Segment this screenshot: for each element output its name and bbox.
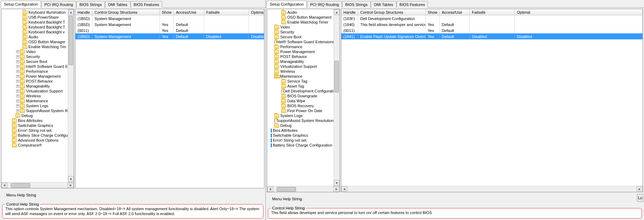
col-failsafe[interactable]: Failsafe [470, 9, 515, 15]
expander-icon[interactable]: + [16, 70, 19, 73]
tree-item[interactable]: SupportAssist System Resolution [267, 118, 334, 123]
tree-item[interactable]: +Virtualization Support [1, 89, 68, 93]
scroll-right-icon[interactable]: ► [68, 183, 74, 188]
scroll-left-icon[interactable]: ◄ [267, 187, 273, 192]
tree-item[interactable]: OSD Button Management [267, 15, 334, 20]
tree-item[interactable]: Bios Attributes [267, 128, 334, 133]
table-row[interactable]: (1840)This field allows developer and se… [341, 21, 643, 27]
tree-item[interactable]: +Intel® Software Guard E [1, 64, 68, 69]
col-show[interactable]: Show [160, 9, 174, 15]
tree-item[interactable]: Keyboard Illumination [1, 10, 68, 15]
tab-setup-configuration[interactable]: Setup Configuration [267, 1, 307, 8]
tab-pci-irq-routing[interactable]: PCI IRQ Routing [307, 1, 342, 8]
tree-item[interactable]: +Secure Boot [1, 59, 68, 64]
tree-item[interactable]: Switchable Graphics [267, 133, 334, 138]
col-access-use[interactable]: Access/Use [174, 9, 204, 15]
col-handle[interactable]: Handle [341, 9, 358, 15]
table-row[interactable]: (1B5D)System Management [75, 15, 264, 21]
tree[interactable]: Keyboard IlluminationUSB PowerShareKeybo… [1, 9, 68, 148]
expander-icon[interactable]: + [16, 109, 19, 112]
tree-item[interactable]: Intel® Software Guard Extensions™ [267, 39, 334, 44]
expander-icon[interactable]: + [16, 50, 19, 53]
grid-body[interactable]: (183F)Dell Development Configuration(184… [341, 15, 643, 186]
tree-item[interactable]: Switchable Graphics [1, 123, 68, 128]
table-row[interactable]: (1B5D)System ManagementYesDefaultDisable… [75, 33, 264, 39]
tree-vscroll[interactable]: ▲ ▼ [68, 9, 74, 182]
grid-body[interactable]: (1B5D)System Management(1B5D)System Mana… [75, 15, 264, 188]
table-row[interactable]: (0011)YesDefault [341, 27, 643, 33]
tree-item[interactable]: Bios Attributes [1, 118, 68, 123]
tree-item[interactable]: Performance [267, 44, 334, 49]
tree-item[interactable]: Service Tag [267, 79, 334, 84]
scroll-thumb[interactable] [277, 187, 296, 192]
tree-item[interactable]: Manageability [267, 59, 334, 64]
tree-item[interactable]: +Power Management [1, 74, 68, 79]
tab-bios-strings[interactable]: BIOS Strings [76, 1, 105, 8]
tree-item[interactable]: +SupportAssist System R [1, 108, 68, 113]
expander-icon[interactable]: + [16, 90, 19, 93]
scroll-right-icon[interactable]: ► [334, 187, 340, 192]
scroll-down-icon[interactable]: ▼ [68, 176, 74, 182]
tree-item[interactable]: Error! String not set. [1, 128, 68, 133]
tree-item[interactable]: Battery Slice Charge Configuration [267, 143, 334, 148]
tree-item[interactable]: BIOS Recovery [267, 103, 334, 108]
tree-item[interactable]: Keyboard Backlight T [1, 20, 68, 25]
tree-item[interactable]: Security [267, 30, 334, 34]
expander-icon[interactable]: + [16, 80, 19, 83]
expander-icon[interactable]: + [16, 75, 19, 78]
expander-icon[interactable]: + [16, 85, 19, 88]
table-row[interactable]: (183F)Dell Development Configuration [341, 15, 643, 21]
table-row[interactable]: (0011)YesDefault [75, 27, 264, 33]
tree-item[interactable]: Audio [267, 10, 334, 15]
expander-icon[interactable]: + [16, 99, 19, 103]
scroll-up-icon[interactable]: ▲ [334, 9, 340, 15]
col-cgs[interactable]: Control Group Structures [92, 9, 160, 15]
tree[interactable]: AudioOSD Button ManagementEnable Watchdo… [267, 9, 334, 148]
col-failsafe[interactable]: Failsafe [204, 9, 249, 15]
tab-bios-features[interactable]: BIOS Features [131, 1, 163, 8]
table-row[interactable]: (1841)Enable Flash Update Signature Over… [341, 33, 643, 39]
tree-item[interactable]: Wireless [267, 69, 334, 74]
tree-item[interactable]: Data Wipe [267, 98, 334, 103]
grid-hscroll[interactable]: ◄ ► [341, 186, 643, 192]
col-cgs[interactable]: Control Group Structures [358, 9, 426, 15]
tab-pci-irq-routing[interactable]: PCI IRQ Routing [41, 1, 76, 8]
tree-item[interactable]: +Manageability [1, 84, 68, 89]
expander-icon[interactable]: + [16, 65, 19, 68]
col-optimal[interactable]: Optimal [249, 9, 264, 15]
tree-item[interactable]: BIOS Downgrade [267, 93, 334, 98]
tree-item[interactable]: Asset Tag [267, 84, 334, 89]
tree-item[interactable]: Video [267, 25, 334, 30]
tree-item[interactable]: POST Behavior [267, 54, 334, 59]
tree-item[interactable]: OSD Button Manager [1, 39, 68, 44]
tree-item[interactable]: +Performance [1, 69, 68, 74]
tree-item[interactable]: Enable Watchdog Timer [267, 20, 334, 25]
tree-item[interactable]: Debug [1, 113, 68, 118]
tree-vscroll[interactable]: ▲ ▼ [334, 9, 340, 186]
tree-item[interactable]: Secure Boot [267, 34, 334, 39]
tree-item[interactable]: Audio [1, 34, 68, 39]
tree-hscroll[interactable]: ◄ ► [267, 186, 340, 192]
tree-item[interactable]: Enable Watchdog Tim [1, 44, 68, 49]
tree-item[interactable]: First Power On Date [267, 108, 334, 113]
expander-icon[interactable]: + [16, 60, 19, 63]
tree-item[interactable]: Virtualization Support [267, 64, 334, 69]
tab-dmi-tables[interactable]: DMI Tables [105, 1, 131, 8]
expander-icon[interactable]: + [16, 104, 19, 108]
tree-item[interactable]: +System Logs [1, 103, 68, 108]
scroll-thumb[interactable] [334, 61, 339, 92]
tree-item[interactable]: Keyboard Backlight v [1, 30, 68, 34]
tree-item[interactable]: Dell Development Configuration [267, 89, 334, 93]
tree-item[interactable]: Advanced Boot Options [1, 138, 68, 143]
tree-item[interactable]: +Wireless [1, 93, 68, 98]
tree-item[interactable]: Debug [267, 123, 334, 128]
scroll-left-icon[interactable]: ◄ [1, 183, 7, 188]
col-handle[interactable]: Handle [75, 9, 92, 15]
tab-dmi-tables[interactable]: DMI Tables [371, 1, 396, 8]
tab-bios-strings[interactable]: BIOS Strings [342, 1, 371, 8]
scroll-up-icon[interactable]: ▲ [68, 9, 74, 15]
tree-item[interactable]: Error! String not set. [267, 138, 334, 143]
col-show[interactable]: Show [426, 9, 440, 15]
tree-item[interactable]: Maintenance [267, 74, 334, 79]
tab-bios-features[interactable]: BIOS Features [396, 1, 428, 8]
